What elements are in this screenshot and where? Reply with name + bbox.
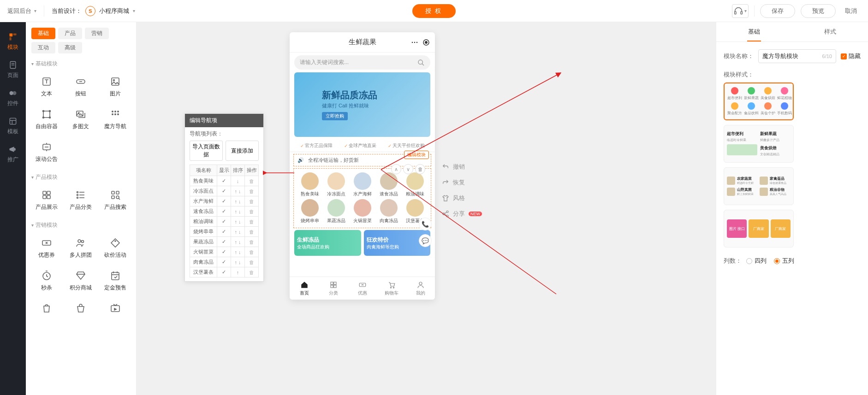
comp-marquee[interactable]: 滚动公告 — [31, 138, 62, 167]
nav-item[interactable]: 果蔬冻品 — [324, 199, 348, 224]
comp-text[interactable]: 文本 — [31, 72, 62, 101]
comp-bargain[interactable]: 砍价活动 — [100, 234, 131, 263]
banner[interactable]: 新鲜品质冻品 健康打 Call 抢鲜就味 立即抢购 — [294, 72, 430, 137]
rail-promote[interactable]: 推广 — [0, 140, 26, 168]
show-toggle[interactable]: ✓ — [217, 217, 231, 226]
rail-templates[interactable]: 模板 — [0, 112, 26, 140]
module-name-input[interactable]: 魔方导航模块 6/10 — [758, 49, 836, 63]
comp-product-search[interactable]: 产品搜索 — [100, 186, 131, 215]
sort-controls[interactable]: ↑ ↓ — [231, 227, 245, 236]
move-up-button[interactable]: ∧ — [391, 164, 401, 174]
edit-module-badge[interactable]: 编辑模块 — [404, 151, 429, 159]
tab-interactive[interactable]: 互动 — [31, 42, 55, 53]
magic-nav-module[interactable]: 熟食美味 冷冻面点 水产海鲜 速食冻品 粮油调味 烧烤串串 果蔬冻品 火锅冒菜 … — [293, 168, 431, 228]
show-toggle[interactable]: ✓ — [217, 257, 231, 267]
comp-product-category[interactable]: 产品分类 — [65, 186, 96, 215]
design-selector[interactable]: 当前设计： S 小程序商城 ▾ — [52, 6, 135, 16]
back-button[interactable]: 返回后台 ▾ — [7, 7, 36, 15]
nav-item[interactable]: 火锅冒菜 — [350, 199, 375, 224]
style-template-1[interactable]: 超市便利新鲜果蔬美食烘焙鲜花植物聚会配方食品饮料美妆个护手机数码 — [724, 83, 794, 120]
tab-home[interactable]: 首页 — [290, 277, 319, 300]
delete-module-button[interactable]: 🗑 — [415, 164, 425, 174]
comp-extra-1[interactable] — [31, 299, 62, 320]
comp-image[interactable]: 图片 — [100, 72, 131, 101]
show-toggle[interactable]: ✓ — [217, 176, 231, 186]
comp-product-display[interactable]: 产品展示 — [31, 186, 62, 215]
hide-checkbox[interactable]: ✓ 隐藏 — [841, 52, 861, 60]
wechat-icon[interactable]: 💬 — [419, 234, 432, 247]
share-button[interactable]: 分享NEW — [442, 210, 482, 218]
comp-group-buy[interactable]: 多人拼团 — [65, 234, 96, 263]
style-template-3[interactable]: 农家蔬菜精选时令生鲜家禽蛋品绿色健康食品山野真菌鲜上加鲜鲜采粮油谷物真真人气高品 — [724, 167, 794, 205]
delete-row[interactable]: 🗑 — [245, 237, 258, 247]
sort-controls[interactable]: ↑ ↓ — [231, 257, 245, 267]
rail-pages[interactable]: 页面 — [0, 56, 26, 84]
sort-controls[interactable]: ↑ — [231, 267, 245, 277]
comp-container[interactable]: 自由容器 — [31, 105, 62, 134]
show-toggle[interactable]: ✓ — [217, 237, 231, 247]
tab-marketing[interactable]: 营销 — [85, 28, 109, 39]
redo-button[interactable]: 恢复 — [442, 178, 482, 187]
undo-button[interactable]: 撤销 — [442, 163, 482, 171]
show-toggle[interactable]: ✓ — [217, 227, 231, 236]
sort-controls[interactable]: ↑ ↓ — [231, 206, 245, 216]
show-toggle[interactable]: ✓ — [217, 186, 231, 196]
tab-advanced[interactable]: 高级 — [58, 42, 82, 53]
tab-product[interactable]: 产品 — [58, 28, 82, 39]
tab-basic[interactable]: 基础 — [31, 28, 55, 39]
search-input[interactable]: 请输入关键词搜索... — [294, 55, 430, 70]
style-template-2[interactable]: 超市便利 临选时令鲜果 新鲜果蔬 鲜嫩多汁产品 美食烘焙 文创精选精品 — [724, 125, 794, 163]
rail-widgets[interactable]: 控件 — [0, 84, 26, 112]
phone-call-icon[interactable]: 📞 — [419, 218, 432, 230]
comp-presale[interactable]: 定金预售 — [100, 266, 131, 295]
show-toggle[interactable]: ✓ — [217, 247, 231, 257]
delete-row[interactable]: 🗑 — [245, 217, 258, 226]
nav-item[interactable]: 速食冻品 — [376, 172, 401, 197]
comp-extra-3[interactable] — [100, 299, 131, 320]
nav-item[interactable]: 熟食美味 — [297, 172, 322, 197]
tab-cart[interactable]: 购物车 — [377, 277, 406, 300]
delete-row[interactable]: 🗑 — [245, 247, 258, 257]
cancel-button[interactable]: 取消 — [841, 7, 861, 15]
sort-controls[interactable]: ↑ ↓ — [231, 186, 245, 196]
move-down-button[interactable]: ∨ — [403, 164, 413, 174]
nav-item[interactable]: 粮油调味 — [403, 172, 427, 197]
save-button[interactable]: 保存 — [760, 4, 795, 18]
delete-row[interactable]: 🗑 — [245, 206, 258, 216]
banner-cta[interactable]: 立即抢购 — [322, 112, 348, 120]
tab-style-props[interactable]: 样式 — [792, 22, 868, 41]
nav-item[interactable]: 水产海鲜 — [350, 172, 375, 197]
style-template-4[interactable]: 图片 接口 厂商家 厂商家 — [724, 210, 794, 248]
show-toggle[interactable]: ✓ — [217, 267, 231, 277]
delete-row[interactable]: 🗑 — [245, 196, 258, 206]
comp-multiimage[interactable]: 多图文 — [65, 105, 96, 134]
import-page-data-button[interactable]: 导入页面数据 — [190, 141, 223, 161]
add-directly-button[interactable]: 直接添加 — [226, 141, 259, 161]
nav-item[interactable]: 肉禽冻品 — [376, 199, 401, 224]
comp-magicnav[interactable]: 魔方导航 — [100, 105, 131, 134]
sort-controls[interactable]: ↓ — [231, 176, 245, 186]
delete-row[interactable]: 🗑 — [245, 227, 258, 236]
show-toggle[interactable]: ✓ — [217, 196, 231, 206]
rail-modules[interactable]: 模块 — [0, 28, 26, 56]
comp-button[interactable]: 按钮 — [65, 72, 96, 101]
comp-points-mall[interactable]: 积分商城 — [65, 266, 96, 295]
sort-controls[interactable]: ↑ ↓ — [231, 247, 245, 257]
comp-flash-sale[interactable]: 秒杀 — [31, 266, 62, 295]
delete-row[interactable]: 🗑 — [245, 257, 258, 267]
delete-row[interactable]: 🗑 — [245, 186, 258, 196]
sort-controls[interactable]: ↑ ↓ — [231, 196, 245, 206]
nav-item[interactable]: 冷冻面点 — [324, 172, 348, 197]
radio-4cols[interactable]: 四列 — [746, 257, 767, 265]
headset-button[interactable]: ▾ — [732, 4, 749, 18]
show-toggle[interactable]: ✓ — [217, 206, 231, 216]
tab-basic-props[interactable]: 基础 — [716, 22, 792, 41]
promo-card-1[interactable]: 生鲜冻品全场商品狂欢购 — [294, 230, 361, 256]
tab-discount[interactable]: 优惠 — [348, 277, 377, 300]
nav-item[interactable]: 烧烤串串 — [297, 199, 322, 224]
sort-controls[interactable]: ↑ ↓ — [231, 237, 245, 247]
tab-category[interactable]: 分类 — [319, 277, 348, 300]
comp-extra-2[interactable] — [65, 299, 96, 320]
delete-row[interactable]: 🗑 — [245, 267, 258, 277]
comp-coupon[interactable]: 优惠券 — [31, 234, 62, 263]
